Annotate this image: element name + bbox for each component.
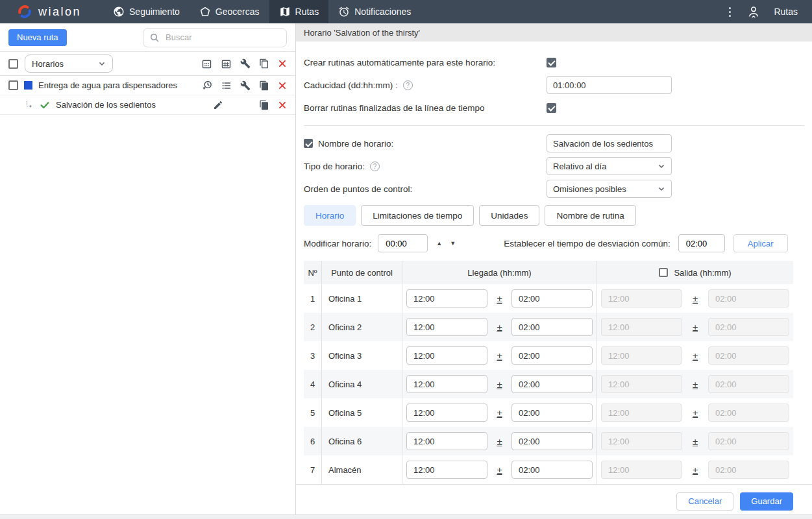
schedule-type-select[interactable]: Relativo al día [547, 157, 672, 175]
plus-minus-icon: ± [693, 322, 698, 333]
checkpoint-order-row: Orden de puntos de control: Omisiones po… [304, 180, 804, 198]
arrival-time-input[interactable] [406, 346, 487, 365]
arrival-deviation-input[interactable] [511, 289, 593, 308]
step-up-icon[interactable]: ▲ [436, 240, 442, 247]
panel-title-bar: Horario 'Salvation of the thirsty' [296, 23, 812, 42]
more-menu-icon[interactable] [726, 5, 733, 19]
schedule-name-label-wrap: Nombre de horario: [304, 139, 547, 149]
edit-icon[interactable] [213, 100, 223, 110]
create-routines-checkbox[interactable] [547, 58, 556, 67]
row-number: 6 [304, 427, 322, 455]
schedule-row-icons [213, 100, 287, 110]
search-box [143, 28, 287, 47]
schedule-name-input[interactable] [547, 134, 672, 152]
delete-icon[interactable] [278, 59, 287, 68]
modify-schedule-label: Modificar horario: [304, 239, 371, 248]
arrival-time-input[interactable] [406, 318, 487, 336]
departure-time-input [601, 461, 682, 479]
copy-icon[interactable] [259, 80, 269, 91]
group-selector[interactable]: Horarios [25, 54, 113, 73]
calendar-grid-icon[interactable] [221, 58, 232, 69]
help-icon[interactable]: ? [403, 80, 413, 90]
step-down-icon[interactable]: ▼ [450, 240, 456, 247]
arrival-cell: ± [402, 455, 597, 484]
cancel-button[interactable]: Cancelar [676, 492, 733, 511]
user-area-label[interactable]: Rutas [774, 6, 798, 17]
arrival-deviation-input[interactable] [511, 432, 593, 450]
clock-add-icon[interactable] [202, 80, 213, 91]
user-icon[interactable] [746, 5, 761, 19]
checkpoint-order-value: Omisiones posibles [553, 184, 626, 194]
group-checkbox[interactable] [8, 59, 18, 69]
nav-item-geocercas[interactable]: Geocercas [190, 0, 269, 23]
modify-schedule-input[interactable] [378, 234, 428, 252]
help-icon[interactable]: ? [370, 162, 380, 171]
wrench-icon[interactable] [240, 80, 251, 91]
schedule-name-checkbox[interactable] [304, 139, 313, 148]
nav-item-rutas[interactable]: Rutas [269, 0, 329, 23]
delete-routines-checkbox[interactable] [547, 103, 556, 113]
plus-minus-icon: ± [497, 350, 502, 361]
checkpoint-name: Oficina 1 [322, 284, 402, 313]
tab-horario[interactable]: Horario [304, 205, 356, 226]
arrival-cell: ± [402, 284, 597, 313]
delete-icon[interactable] [278, 101, 287, 110]
save-button[interactable]: Guardar [740, 492, 793, 511]
arrival-deviation-input[interactable] [511, 346, 593, 365]
schedule-row[interactable]: Salvación de los sedientos [0, 95, 295, 115]
table-row: 5 Oficina 5 ± ± [304, 398, 793, 427]
tab-limitaciones-de-tiempo[interactable]: Limitaciones de tiempo [361, 205, 474, 226]
new-route-button[interactable]: Nueva ruta [8, 29, 67, 46]
departure-cell: ± [597, 313, 793, 341]
arrival-time-input[interactable] [406, 461, 487, 479]
create-routines-label: Crear rutinas automáticamente para este … [304, 58, 547, 67]
arrival-deviation-input[interactable] [511, 461, 593, 479]
departure-cell: ± [597, 427, 793, 455]
arrival-time-input[interactable] [406, 404, 487, 422]
departure-deviation-input [708, 318, 789, 336]
arrival-time-input[interactable] [406, 432, 487, 450]
arrival-deviation-input[interactable] [511, 404, 593, 422]
row-number: 1 [304, 284, 322, 313]
tab-unidades[interactable]: Unidades [479, 205, 539, 226]
copy-icon[interactable] [259, 58, 269, 69]
routes-icon [279, 6, 291, 18]
common-deviation-input[interactable] [678, 234, 725, 252]
plus-minus-icon: ± [693, 379, 698, 390]
tab-nombre-de-rutina[interactable]: Nombre de rutina [545, 205, 635, 226]
arrival-time-input[interactable] [406, 375, 487, 393]
departure-deviation-input [708, 461, 789, 479]
departure-deviation-input [708, 375, 789, 393]
apply-button[interactable]: Aplicar [733, 234, 788, 252]
departure-header-checkbox[interactable] [659, 268, 668, 277]
departure-cell: ± [597, 341, 793, 370]
calendar-routines-icon[interactable] [201, 58, 212, 69]
search-input[interactable] [143, 28, 287, 47]
arrival-cell: ± [402, 398, 597, 427]
departure-time-input [601, 432, 682, 450]
table-row: 3 Oficina 3 ± ± [304, 341, 793, 370]
route-row[interactable]: Entrega de agua para dispensadores [0, 76, 295, 95]
plus-minus-icon: ± [693, 465, 698, 476]
group-row-icons [201, 58, 287, 69]
copy-icon[interactable] [259, 100, 269, 110]
plus-minus-icon: ± [497, 379, 502, 390]
header-number: Nº [304, 261, 322, 284]
nav-item-notificaciones[interactable]: Notificaciones [328, 0, 421, 23]
arrival-deviation-input[interactable] [511, 318, 593, 336]
delete-icon[interactable] [278, 81, 287, 90]
wrench-icon[interactable] [240, 58, 251, 69]
delete-routines-row: Borrar rutinas finalizadas de la línea d… [304, 99, 804, 117]
arrival-deviation-input[interactable] [511, 375, 593, 393]
list-icon[interactable] [221, 80, 232, 91]
arrival-time-input[interactable] [406, 289, 487, 308]
arrival-cell: ± [402, 370, 597, 398]
editor-tabs: Horario Limitaciones de tiempo Unidades … [304, 205, 804, 226]
header-arrival: Llegada (hh:mm) [402, 261, 597, 284]
expiration-input[interactable] [547, 76, 672, 94]
checkpoint-order-select[interactable]: Omisiones posibles [547, 180, 672, 198]
route-checkbox[interactable] [8, 80, 18, 90]
departure-deviation-input [708, 432, 789, 450]
routes-sidebar: Nueva ruta Horarios [0, 23, 296, 514]
nav-item-seguimiento[interactable]: Seguimiento [103, 0, 190, 23]
